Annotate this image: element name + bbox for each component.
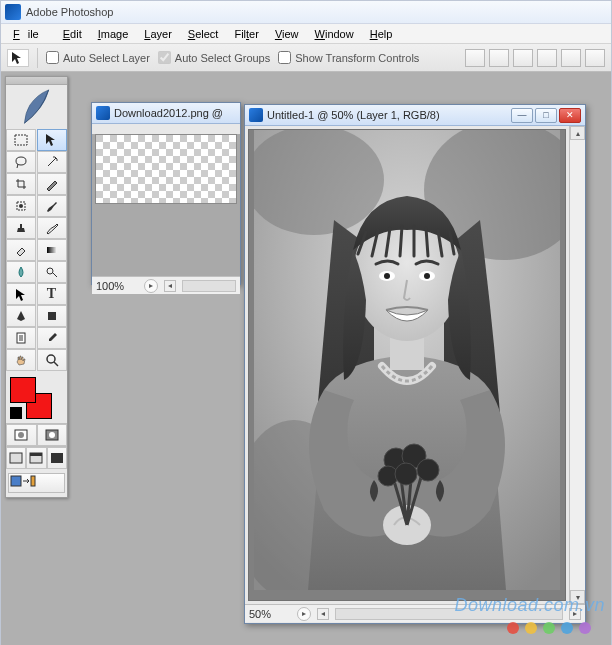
shape-tool[interactable]	[37, 305, 67, 327]
app-icon	[5, 4, 21, 20]
svg-rect-17	[31, 476, 35, 486]
auto-select-layer-checkbox[interactable]: Auto Select Layer	[46, 51, 150, 64]
notes-tool[interactable]	[6, 327, 36, 349]
type-tool[interactable]: T	[37, 283, 67, 305]
clone-stamp-tool[interactable]	[6, 217, 36, 239]
svg-point-27	[424, 273, 430, 279]
minimize-button[interactable]: —	[511, 108, 533, 123]
transparent-layer	[95, 134, 237, 204]
zoom-level[interactable]: 50%	[249, 608, 291, 620]
align-vcenter-button[interactable]	[489, 49, 509, 67]
menu-layer[interactable]: Layer	[136, 26, 180, 42]
scroll-up-button[interactable]: ▴	[570, 126, 585, 140]
titlebar: Adobe Photoshop	[1, 1, 611, 24]
svg-rect-12	[10, 453, 22, 463]
standard-mode-button[interactable]	[6, 424, 37, 446]
workspace: T	[1, 72, 611, 645]
toolbox: T	[5, 76, 68, 498]
document-1-title: Download2012.png @	[114, 107, 223, 119]
align-hcenter-button[interactable]	[561, 49, 581, 67]
path-select-tool[interactable]	[6, 283, 36, 305]
zoom-tool[interactable]	[37, 349, 67, 371]
blur-tool[interactable]	[6, 261, 36, 283]
svg-point-11	[49, 432, 55, 438]
default-colors-icon[interactable]	[10, 407, 22, 419]
menubar: File Edit Image Layer Select Filter View…	[1, 24, 611, 44]
svg-point-33	[395, 463, 417, 485]
brush-tool[interactable]	[37, 195, 67, 217]
menu-image[interactable]: Image	[90, 26, 137, 42]
foreground-color-swatch[interactable]	[10, 377, 36, 403]
toolbox-grip[interactable]	[6, 77, 67, 85]
svg-point-4	[47, 268, 53, 274]
document-icon	[249, 108, 263, 122]
svg-rect-0	[15, 135, 27, 145]
maximize-button[interactable]: □	[535, 108, 557, 123]
move-tool[interactable]	[37, 129, 67, 151]
screen-mode-standard[interactable]	[6, 447, 26, 469]
color-swatches[interactable]	[6, 371, 67, 423]
document-1-canvas[interactable]	[92, 134, 240, 276]
separator	[37, 48, 38, 68]
menu-select[interactable]: Select	[180, 26, 227, 42]
healing-brush-tool[interactable]	[6, 195, 36, 217]
align-buttons	[465, 49, 605, 67]
photoshop-feather-icon	[6, 85, 67, 129]
zoom-popup-icon[interactable]: ▸	[297, 607, 311, 621]
document-1-titlebar[interactable]: Download2012.png @	[92, 103, 240, 124]
hand-tool[interactable]	[6, 349, 36, 371]
menu-help[interactable]: Help	[362, 26, 401, 42]
document-window-2: Untitled-1 @ 50% (Layer 1, RGB/8) — □ ✕	[244, 104, 586, 624]
close-button[interactable]: ✕	[559, 108, 581, 123]
screen-mode-full-menubar[interactable]	[26, 447, 46, 469]
lasso-tool[interactable]	[6, 151, 36, 173]
scroll-left-button[interactable]: ◂	[317, 608, 329, 620]
svg-point-7	[47, 355, 55, 363]
align-left-button[interactable]	[537, 49, 557, 67]
show-transform-controls-checkbox[interactable]: Show Transform Controls	[278, 51, 419, 64]
document-window-1: Download2012.png @ 100% ▸ ◂	[91, 102, 241, 285]
screen-mode-full[interactable]	[47, 447, 67, 469]
svg-point-9	[18, 432, 24, 438]
menu-filter[interactable]: Filter	[226, 26, 266, 42]
svg-point-25	[384, 273, 390, 279]
align-right-button[interactable]	[585, 49, 605, 67]
document-2-title: Untitled-1 @ 50% (Layer 1, RGB/8)	[267, 109, 440, 121]
document-2-canvas[interactable]	[248, 129, 566, 601]
svg-point-31	[417, 459, 439, 481]
svg-rect-3	[47, 247, 57, 253]
eyedropper-tool[interactable]	[37, 327, 67, 349]
svg-point-2	[19, 204, 23, 208]
watermark-text: Download.com.vn	[454, 595, 605, 616]
svg-rect-16	[11, 476, 21, 486]
align-bottom-button[interactable]	[513, 49, 533, 67]
auto-select-groups-checkbox[interactable]: Auto Select Groups	[158, 51, 270, 64]
dodge-tool[interactable]	[37, 261, 67, 283]
crop-tool[interactable]	[6, 173, 36, 195]
move-tool-icon[interactable]	[7, 49, 29, 67]
eraser-tool[interactable]	[6, 239, 36, 261]
document-2-titlebar[interactable]: Untitled-1 @ 50% (Layer 1, RGB/8) — □ ✕	[245, 105, 585, 126]
document-icon	[96, 106, 110, 120]
pen-tool[interactable]	[6, 305, 36, 327]
photo-layer	[254, 130, 560, 590]
menu-edit[interactable]: Edit	[55, 26, 90, 42]
menu-window[interactable]: Window	[307, 26, 362, 42]
svg-rect-5	[48, 312, 56, 320]
history-brush-tool[interactable]	[37, 217, 67, 239]
gradient-tool[interactable]	[37, 239, 67, 261]
scroll-left-button[interactable]: ◂	[164, 280, 176, 292]
magic-wand-tool[interactable]	[37, 151, 67, 173]
vertical-scrollbar[interactable]: ▴ ▾	[569, 126, 585, 604]
jump-to-imageready-button[interactable]	[8, 473, 65, 493]
horizontal-scrollbar[interactable]	[182, 280, 236, 292]
quickmask-mode-button[interactable]	[37, 424, 68, 446]
marquee-tool[interactable]	[6, 129, 36, 151]
app-title: Adobe Photoshop	[26, 6, 113, 18]
menu-file[interactable]: File	[5, 26, 55, 42]
align-top-button[interactable]	[465, 49, 485, 67]
zoom-level[interactable]: 100%	[96, 280, 138, 292]
zoom-popup-icon[interactable]: ▸	[144, 279, 158, 293]
slice-tool[interactable]	[37, 173, 67, 195]
menu-view[interactable]: View	[267, 26, 307, 42]
